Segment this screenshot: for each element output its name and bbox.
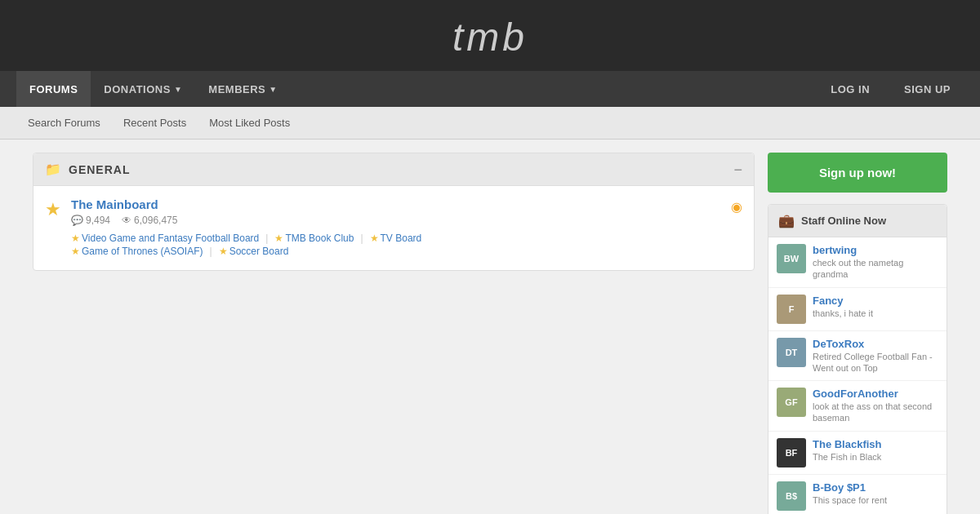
staff-item-bboysp1[interactable]: B$ B-Boy $P1 This space for rent bbox=[768, 475, 947, 514]
staff-name-blackfish: The Blackfish bbox=[813, 438, 938, 450]
staff-item-detoxrox[interactable]: DT DeToxRox Retired College Football Fan… bbox=[768, 331, 947, 382]
members-arrow-icon: ▼ bbox=[269, 85, 277, 94]
forum-subboards: ★Video Game and Fantasy Football Board |… bbox=[71, 233, 721, 259]
staff-details-blackfish: The Blackfish The Fish in Black bbox=[813, 438, 938, 463]
subboard-bookclub[interactable]: ★TMB Book Club bbox=[274, 233, 354, 244]
subboard-tv[interactable]: ★TV Board bbox=[370, 233, 422, 244]
staff-status-detoxrox: Retired College Football Fan - Went out … bbox=[813, 351, 938, 374]
staff-item-bertwing[interactable]: BW bertwing check out the nametag grandm… bbox=[768, 237, 947, 288]
collapse-button[interactable]: − bbox=[733, 162, 742, 177]
staff-details-bertwing: bertwing check out the nametag grandma bbox=[813, 244, 938, 281]
subboard-star-soccer: ★ bbox=[219, 246, 228, 257]
rss-icon[interactable]: ◉ bbox=[731, 199, 742, 215]
main-layout: 📁 GENERAL − ★ The Mainboard 💬 9,494 bbox=[16, 140, 964, 514]
views-stat: 👁 6,096,475 bbox=[122, 215, 177, 226]
subboard-star-vgff: ★ bbox=[71, 233, 80, 244]
subboard-star-got: ★ bbox=[71, 246, 80, 257]
staff-details-fancy: Fancy thanks, i hate it bbox=[813, 295, 938, 319]
posts-stat: 💬 9,494 bbox=[71, 215, 110, 226]
staff-avatar-blackfish: BF bbox=[777, 438, 806, 467]
folder-icon: 📁 bbox=[45, 162, 62, 177]
staff-item-blackfish[interactable]: BF The Blackfish The Fish in Black bbox=[768, 432, 947, 475]
nav-bar: FORUMS DONATIONS ▼ MEMBERS ▼ LOG IN SIGN… bbox=[0, 71, 980, 107]
staff-name-bertwing: bertwing bbox=[813, 244, 938, 256]
subboard-got[interactable]: ★Game of Thrones (ASOIAF) bbox=[71, 246, 203, 257]
site-header: tmb bbox=[0, 0, 980, 71]
forum-stats: 💬 9,494 👁 6,096,475 bbox=[71, 215, 721, 226]
general-section: 📁 GENERAL − ★ The Mainboard 💬 9,494 bbox=[33, 153, 755, 271]
staff-item-goodforanother[interactable]: GF GoodForAnother look at the ass on tha… bbox=[768, 381, 947, 432]
staff-name-bboysp1: B-Boy $P1 bbox=[813, 481, 938, 494]
site-logo: tmb bbox=[0, 15, 980, 60]
forum-info: The Mainboard 💬 9,494 👁 6,096,475 bbox=[71, 197, 721, 259]
staff-avatar-bertwing: BW bbox=[777, 244, 806, 273]
subnav-recent-posts[interactable]: Recent Posts bbox=[112, 107, 198, 140]
nav-signup[interactable]: SIGN UP bbox=[891, 71, 964, 107]
staff-details-detoxrox: DeToxRox Retired College Football Fan - … bbox=[813, 338, 938, 374]
subboard-soccer[interactable]: ★Soccer Board bbox=[219, 246, 289, 257]
staff-status-blackfish: The Fish in Black bbox=[813, 451, 938, 463]
forum-title[interactable]: The Mainboard bbox=[71, 197, 158, 211]
section-label: GENERAL bbox=[69, 163, 130, 176]
staff-status-bboysp1: This space for rent bbox=[813, 494, 938, 506]
staff-status-fancy: thanks, i hate it bbox=[813, 308, 938, 319]
subboard-star-bookclub: ★ bbox=[274, 233, 283, 244]
staff-details-bboysp1: B-Boy $P1 This space for rent bbox=[813, 481, 938, 506]
nav-forums[interactable]: FORUMS bbox=[16, 71, 91, 107]
staff-status-bertwing: check out the nametag grandma bbox=[813, 257, 938, 281]
staff-header: 💼 Staff Online Now bbox=[768, 205, 947, 237]
views-icon: 👁 bbox=[122, 215, 131, 226]
sidebar: Sign up now! 💼 Staff Online Now BW bertw… bbox=[768, 153, 947, 514]
main-content: 📁 GENERAL − ★ The Mainboard 💬 9,494 bbox=[33, 153, 755, 514]
posts-icon: 💬 bbox=[71, 215, 83, 226]
subboard-row-2: ★Game of Thrones (ASOIAF) | ★Soccer Boar… bbox=[71, 246, 721, 257]
views-count: 6,096,475 bbox=[134, 215, 177, 226]
section-header-general: 📁 GENERAL − bbox=[33, 153, 754, 186]
subboard-star-tv: ★ bbox=[370, 233, 379, 244]
staff-list: BW bertwing check out the nametag grandm… bbox=[768, 237, 947, 514]
staff-avatar-fancy: F bbox=[777, 295, 806, 324]
nav-members[interactable]: MEMBERS ▼ bbox=[195, 71, 290, 107]
subnav-most-liked[interactable]: Most Liked Posts bbox=[198, 107, 301, 140]
sub-nav: Search Forums Recent Posts Most Liked Po… bbox=[0, 107, 980, 140]
staff-avatar-bboysp1: B$ bbox=[777, 481, 806, 511]
section-header-left: 📁 GENERAL bbox=[45, 162, 130, 177]
nav-donations[interactable]: DONATIONS ▼ bbox=[91, 71, 195, 107]
staff-details-goodforanother: GoodForAnother look at the ass on that s… bbox=[813, 388, 938, 424]
signup-button[interactable]: Sign up now! bbox=[768, 153, 947, 193]
staff-name-fancy: Fancy bbox=[813, 295, 938, 307]
staff-name-goodforanother: GoodForAnother bbox=[813, 388, 938, 400]
subnav-search-forums[interactable]: Search Forums bbox=[16, 107, 112, 140]
subboard-row-1: ★Video Game and Fantasy Football Board |… bbox=[71, 233, 721, 244]
staff-avatar-goodforanother: GF bbox=[777, 388, 806, 417]
staff-item-fancy[interactable]: F Fancy thanks, i hate it bbox=[768, 288, 947, 331]
staff-avatar-detoxrox: DT bbox=[777, 338, 806, 367]
staff-box: 💼 Staff Online Now BW bertwing check out… bbox=[768, 204, 947, 514]
forum-row: ★ The Mainboard 💬 9,494 👁 6,096,475 bbox=[33, 186, 754, 270]
briefcase-icon: 💼 bbox=[778, 213, 795, 228]
nav-right: LOG IN SIGN UP bbox=[817, 71, 964, 107]
nav-login[interactable]: LOG IN bbox=[817, 71, 883, 107]
posts-count: 9,494 bbox=[86, 215, 110, 226]
forum-star-icon: ★ bbox=[45, 199, 61, 220]
staff-name-detoxrox: DeToxRox bbox=[813, 338, 938, 350]
staff-header-label: Staff Online Now bbox=[801, 215, 886, 227]
nav-left: FORUMS DONATIONS ▼ MEMBERS ▼ bbox=[16, 71, 817, 107]
donations-arrow-icon: ▼ bbox=[174, 85, 182, 94]
subboard-vgff[interactable]: ★Video Game and Fantasy Football Board bbox=[71, 233, 259, 244]
staff-status-goodforanother: look at the ass on that second baseman bbox=[813, 401, 938, 424]
